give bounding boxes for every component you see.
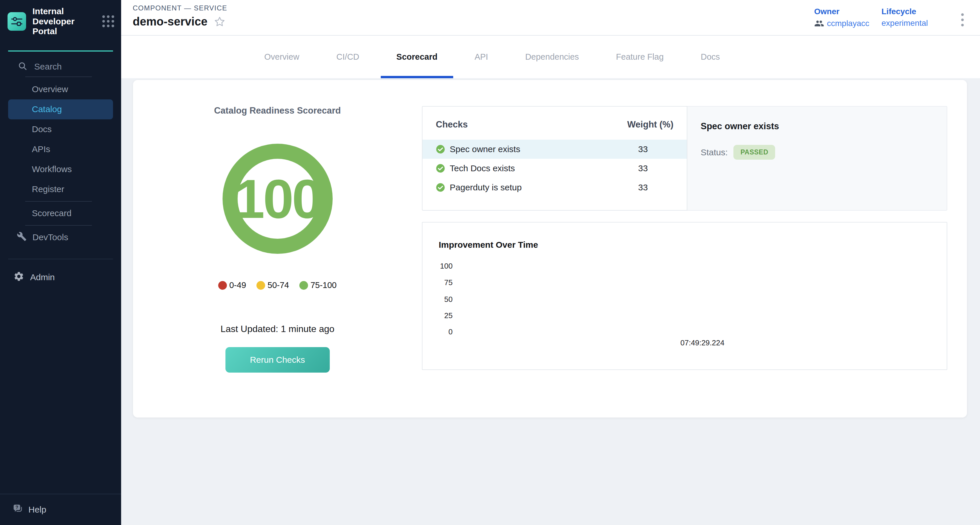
divider bbox=[25, 76, 92, 77]
check-row-tech-docs[interactable]: Tech Docs exists 33 bbox=[423, 159, 687, 178]
checks-section: Checks Weight (%) bbox=[422, 80, 967, 417]
lifecycle-block: Lifecycle experimental bbox=[881, 7, 937, 29]
owner-block: Owner ccmplayacc bbox=[814, 7, 869, 29]
checks-table-header: Checks Weight (%) bbox=[423, 119, 687, 130]
y-tick-0: 0 bbox=[430, 328, 453, 336]
rerun-checks-button[interactable]: Rerun Checks bbox=[226, 347, 330, 372]
svg-text:?: ? bbox=[15, 505, 18, 510]
chart-title: Improvement Over Time bbox=[439, 240, 538, 250]
tab-scorecard[interactable]: Scorecard bbox=[381, 36, 453, 78]
tab-dependencies[interactable]: Dependencies bbox=[509, 36, 594, 78]
check-row-spec-owner[interactable]: Spec owner exists 33 bbox=[423, 140, 687, 159]
tab-cicd[interactable]: CI/CD bbox=[321, 36, 375, 78]
check-passed-icon bbox=[436, 145, 445, 154]
sidebar-item-help[interactable]: ? Help bbox=[0, 494, 121, 525]
sidebar-item-overview[interactable]: Overview bbox=[0, 80, 121, 99]
improvement-chart: Improvement Over Time 100 75 50 25 0 07:… bbox=[422, 222, 947, 370]
lifecycle-value: experimental bbox=[881, 19, 937, 28]
tab-docs[interactable]: Docs bbox=[685, 36, 735, 78]
sidebar-item-catalog[interactable]: Catalog bbox=[8, 99, 113, 119]
owner-label: Owner bbox=[814, 7, 869, 16]
sidebar-item-label: DevTools bbox=[32, 232, 68, 242]
app-title: Internal Developer Portal bbox=[32, 6, 93, 37]
weight-column-header: Weight (%) bbox=[627, 119, 673, 130]
page-title: demo-service bbox=[133, 15, 207, 28]
divider bbox=[25, 201, 92, 202]
content-area: Catalog Readiness Scorecard 100 0-49 50-… bbox=[121, 78, 980, 525]
wrench-icon bbox=[17, 232, 27, 243]
sidebar-accent-divider bbox=[8, 51, 113, 52]
tab-feature-flag[interactable]: Feature Flag bbox=[600, 36, 679, 78]
score-gauge: 100 bbox=[223, 144, 332, 254]
sidebar-nav: Overview Catalog Docs APIs Workflows Reg… bbox=[0, 80, 121, 247]
sidebar-item-apis[interactable]: APIs bbox=[0, 139, 121, 159]
owner-value[interactable]: ccmplayacc bbox=[814, 19, 869, 29]
check-passed-icon bbox=[436, 183, 445, 192]
legend-item-high: 75-100 bbox=[299, 280, 336, 290]
legend-item-mid: 50-74 bbox=[256, 280, 289, 290]
check-passed-icon bbox=[436, 164, 445, 173]
search-icon bbox=[18, 61, 28, 72]
score-value: 100 bbox=[234, 167, 321, 230]
sidebar-item-label: Admin bbox=[30, 272, 55, 282]
legend-dot-red bbox=[218, 281, 227, 290]
gauge-title: Catalog Readiness Scorecard bbox=[214, 105, 341, 116]
check-detail-title: Spec owner exists bbox=[701, 121, 933, 132]
status-badge: PASSED bbox=[733, 145, 775, 160]
status-label: Status: bbox=[701, 148, 728, 158]
main-area: COMPONENT — SERVICE demo-service Owner bbox=[121, 0, 980, 525]
y-tick-50: 50 bbox=[430, 295, 453, 304]
tab-api[interactable]: API bbox=[459, 36, 504, 78]
entity-header: COMPONENT — SERVICE demo-service Owner bbox=[121, 0, 980, 36]
sidebar-item-scorecard[interactable]: Scorecard bbox=[0, 204, 121, 223]
legend-dot-green bbox=[299, 281, 308, 290]
sidebar-item-docs[interactable]: Docs bbox=[0, 119, 121, 139]
group-icon bbox=[814, 19, 824, 29]
y-tick-100: 100 bbox=[430, 262, 453, 270]
checks-table: Checks Weight (%) bbox=[422, 106, 687, 211]
divider bbox=[25, 225, 92, 226]
checks-column-header: Checks bbox=[436, 119, 468, 130]
last-updated-text: Last Updated: 1 minute ago bbox=[221, 324, 334, 334]
y-tick-75: 75 bbox=[430, 278, 453, 287]
check-detail-panel: Spec owner exists Status: PASSED bbox=[687, 106, 947, 211]
lifecycle-label: Lifecycle bbox=[881, 7, 937, 16]
scorecard-panel: Catalog Readiness Scorecard 100 0-49 50-… bbox=[133, 80, 967, 417]
divider bbox=[8, 259, 113, 259]
entity-tabs: Overview CI/CD Scorecard API Dependencie… bbox=[121, 36, 980, 78]
y-tick-25: 25 bbox=[430, 311, 453, 320]
gear-icon bbox=[13, 271, 24, 284]
sidebar-item-register[interactable]: Register bbox=[0, 179, 121, 199]
sidebar-item-devtools[interactable]: DevTools bbox=[0, 228, 121, 247]
sidebar: Internal Developer Portal Search Overvie… bbox=[0, 0, 121, 525]
apps-grid-icon[interactable] bbox=[102, 15, 114, 27]
sidebar-search[interactable]: Search bbox=[0, 59, 121, 75]
x-tick-timestamp: 07:49:29.224 bbox=[665, 339, 740, 347]
app-logo-icon bbox=[8, 12, 26, 31]
check-row-pagerduty[interactable]: Pagerduty is setup 33 bbox=[423, 178, 687, 197]
help-label: Help bbox=[29, 505, 46, 515]
favorite-star-icon[interactable] bbox=[214, 16, 226, 27]
legend-item-low: 0-49 bbox=[218, 280, 246, 290]
entity-meta: Owner ccmplayacc Lifecycle experimental bbox=[814, 7, 937, 29]
tab-overview[interactable]: Overview bbox=[249, 36, 315, 78]
more-options-icon[interactable] bbox=[960, 12, 965, 27]
legend-dot-yellow bbox=[256, 281, 265, 290]
logo-row: Internal Developer Portal bbox=[0, 0, 121, 37]
sidebar-item-admin[interactable]: Admin bbox=[0, 267, 121, 287]
gauge-section: Catalog Readiness Scorecard 100 0-49 50-… bbox=[133, 80, 422, 417]
help-icon: ? bbox=[13, 504, 23, 516]
score-legend: 0-49 50-74 75-100 bbox=[218, 280, 337, 290]
sidebar-item-workflows[interactable]: Workflows bbox=[0, 159, 121, 179]
search-label: Search bbox=[34, 62, 62, 72]
